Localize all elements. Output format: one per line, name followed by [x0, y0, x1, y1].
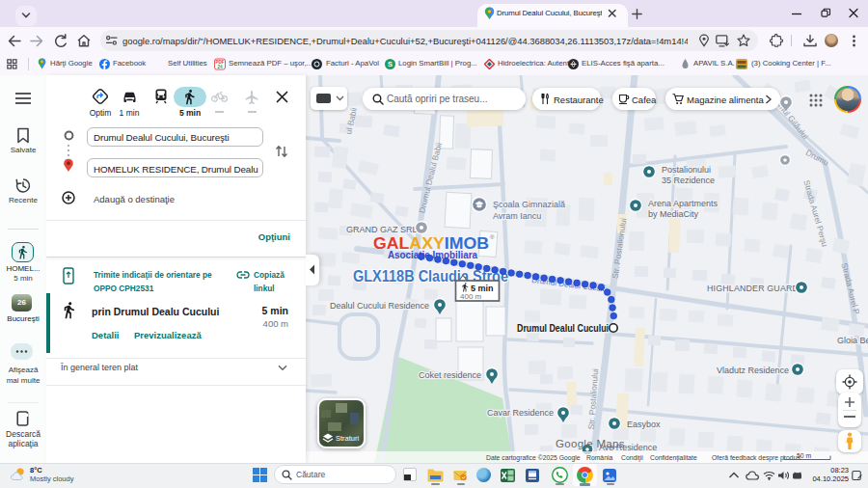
svg-text:Date cartografice ©2025 Google: Date cartografice ©2025 Google: [486, 454, 581, 462]
svg-text:by MediaCity: by MediaCity: [648, 209, 699, 219]
svg-text:Drumul Dealul Cucului: Drumul Dealul Cucului: [517, 322, 609, 334]
svg-text:Gloia Be: Gloia Be: [837, 336, 868, 345]
svg-text:Easybox: Easybox: [627, 420, 661, 429]
svg-text:50 m: 50 m: [797, 452, 811, 459]
svg-text:Confidenţialitate: Confidenţialitate: [650, 454, 697, 462]
svg-text:Oferă feedback despre produs: Oferă feedback despre produs: [712, 454, 800, 462]
svg-text:35 Rezidence: 35 Rezidence: [662, 176, 715, 185]
svg-text:Arena Apartments: Arena Apartments: [648, 199, 719, 208]
svg-text:Vladutz Residence: Vladutz Residence: [717, 366, 789, 375]
svg-text:România: România: [586, 454, 612, 461]
svg-text:Google Maps: Google Maps: [556, 438, 625, 449]
svg-text:Şcoala Gimnazială: Şcoala Gimnazială: [493, 200, 565, 209]
svg-text:S: S: [388, 60, 393, 68]
svg-text:Dealul Cucului Residence: Dealul Cucului Residence: [330, 301, 429, 311]
svg-text:®: ®: [490, 234, 495, 240]
svg-text:HIGHLANDER GUARD: HIGHLANDER GUARD: [707, 284, 799, 293]
svg-text:400 m: 400 m: [460, 292, 482, 301]
svg-text:24: 24: [217, 65, 223, 69]
svg-text:GRAND GAZ SRL: GRAND GAZ SRL: [346, 225, 418, 234]
svg-text:Cavar Residence: Cavar Residence: [487, 408, 554, 418]
svg-text:Postalionului: Postalionului: [662, 165, 711, 175]
svg-text:Coket residence: Coket residence: [419, 370, 481, 380]
svg-text:Condiţii: Condiţii: [621, 454, 643, 462]
svg-text:Avram Iancu: Avram Iancu: [493, 211, 541, 221]
